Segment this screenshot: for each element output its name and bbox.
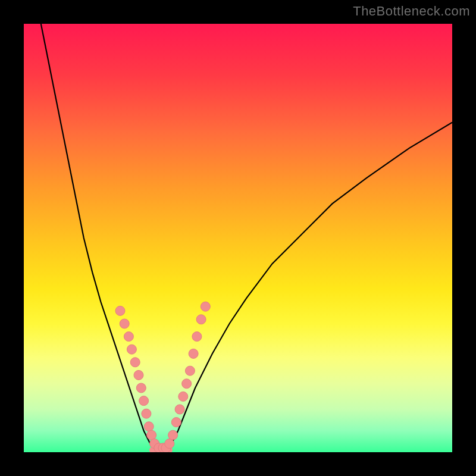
scatter-dot — [136, 383, 146, 393]
scatter-dot — [144, 422, 154, 431]
scatter-dot — [168, 430, 178, 440]
scatter-dot — [185, 366, 195, 375]
scatter-dot — [142, 409, 151, 418]
scatter-dot — [130, 358, 140, 367]
scatter-dot — [201, 302, 210, 311]
scatter-dot — [182, 379, 192, 389]
scatter-dot — [120, 319, 129, 328]
chart-plot-area — [24, 24, 452, 452]
curve-right-branch — [170, 123, 452, 448]
scatter-dot — [139, 396, 149, 406]
scatter-right-cluster — [165, 302, 211, 448]
scatter-dot — [196, 315, 206, 324]
scatter-dot — [175, 405, 184, 414]
scatter-dot — [134, 370, 143, 380]
scatter-dot — [189, 349, 198, 358]
scatter-dot — [147, 430, 156, 440]
scatter-dot — [127, 345, 136, 354]
scatter-dot — [192, 332, 202, 342]
watermark-text: TheBottleneck.com — [353, 4, 470, 19]
scatter-dot — [124, 332, 133, 342]
scatter-dot — [165, 439, 174, 449]
chart-frame: TheBottleneck.com — [0, 0, 476, 476]
chart-svg — [24, 24, 452, 452]
curve-left-branch — [41, 24, 152, 448]
scatter-dot — [171, 418, 181, 427]
scatter-dot — [178, 392, 188, 401]
scatter-dot — [115, 306, 125, 315]
